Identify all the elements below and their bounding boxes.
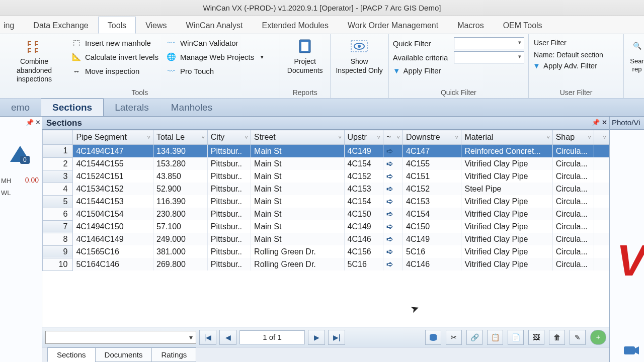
tool-icon-6[interactable]: 🖼: [528, 330, 544, 345]
direction-icon: ➪: [386, 235, 393, 243]
db-icon[interactable]: [425, 330, 441, 345]
quick-filter-label: Quick Filter: [393, 39, 450, 48]
table-row[interactable]: 74C1494C15057.100Pittsbur..Main St4C149➪…: [43, 220, 609, 233]
filter-name-label: Name: Default section: [533, 49, 604, 60]
funnel-icon: ▼: [393, 66, 400, 75]
sections-grid-panel: Sections 📌✕ Pipe Segment▿Total Le▿City▿S…: [42, 117, 610, 362]
table-row[interactable]: 14C1494C147134.390Pittsbur..Main St4C149…: [43, 145, 609, 158]
ribbon-tab-macros[interactable]: Macros: [448, 17, 493, 34]
view-tab-emo[interactable]: emo: [0, 99, 41, 116]
apply-filter-button[interactable]: ▼Apply Filter: [393, 66, 524, 75]
view-tab-laterals[interactable]: Laterals: [104, 99, 160, 116]
funnel-icon: ▼: [533, 61, 540, 70]
tool-icon-2[interactable]: ✂: [446, 330, 462, 345]
col-header[interactable]: City▿: [207, 130, 251, 145]
filter-icon[interactable]: ▿: [603, 134, 606, 140]
insert-manhole-button[interactable]: ⬚Insert new manhole: [70, 36, 159, 49]
svg-point-4: [358, 45, 361, 48]
tool-icon-3[interactable]: 🔗: [466, 330, 482, 345]
quick-filter-combo[interactable]: [454, 37, 524, 49]
close-icon[interactable]: ✕: [602, 119, 607, 126]
avail-criteria-combo[interactable]: [454, 51, 524, 63]
quickfilter-group-label: Quick Filter: [393, 87, 524, 98]
last-page-button[interactable]: ▶|: [328, 330, 345, 345]
table-row[interactable]: 34C1524C15143.850Pittsbur..Main St4C152➪…: [43, 170, 609, 183]
page-indicator: 1 of 1: [239, 330, 305, 344]
col-header[interactable]: Street▿: [251, 130, 344, 145]
right-panel-header: Photo/Vi: [610, 117, 644, 130]
apply-adv-filter-button[interactable]: ▼Apply Adv. Filter: [533, 61, 604, 70]
col-header[interactable]: Shap▿: [552, 130, 594, 145]
filter-icon[interactable]: ▿: [202, 134, 205, 140]
move-icon: ↔: [71, 66, 82, 75]
left-value: 0.00: [25, 176, 39, 184]
protouch-icon: 〰: [167, 66, 177, 75]
filter-icon[interactable]: ▿: [339, 134, 342, 140]
filter-icon[interactable]: ▿: [397, 134, 400, 140]
ribbon-tab-work-order-management[interactable]: Work Order Management: [338, 17, 448, 34]
manage-web-button[interactable]: 🌐Manage Web Projects▾: [166, 50, 265, 63]
ribbon-tab-oem-tools[interactable]: OEM Tools: [494, 17, 552, 34]
direction-icon: ➪: [386, 172, 393, 180]
show-inspected-button[interactable]: Show Inspected Only: [335, 36, 384, 75]
bottom-tab-sections[interactable]: Sections: [47, 347, 96, 362]
table-row[interactable]: 64C1504C154230.800Pittsbur..Main St4C150…: [43, 208, 609, 220]
view-tab-sections[interactable]: Sections: [41, 99, 104, 116]
prev-page-button[interactable]: ◀: [219, 330, 236, 345]
col-header[interactable]: Total Le▿: [153, 130, 207, 145]
edit-icon[interactable]: ✎: [570, 330, 586, 345]
move-inspection-button[interactable]: ↔Move inspection: [70, 64, 159, 77]
table-row[interactable]: 44C1534C15252.900Pittsbur..Main St4C153➪…: [43, 183, 609, 195]
filter-icon[interactable]: ▿: [588, 134, 591, 140]
calc-invert-button[interactable]: 📐Calculate invert levels: [70, 50, 159, 63]
table-row[interactable]: 105C164C146269.800Pittsbur..Rolling Gree…: [43, 258, 609, 270]
tool-icon-7[interactable]: 🗑: [549, 330, 565, 345]
col-header[interactable]: ~▿: [383, 130, 403, 145]
wl-label: WL: [1, 189, 11, 197]
tool-icon-5[interactable]: 📄: [508, 330, 524, 345]
combine-inspections-button[interactable]: Combine abandoned inspections: [4, 36, 64, 84]
next-page-button[interactable]: ▶: [308, 330, 325, 345]
filter-icon[interactable]: ▿: [377, 134, 380, 140]
userfilter-group-label: User Filter: [533, 87, 619, 98]
validator-button[interactable]: 〰WinCan Validator: [166, 36, 265, 49]
ribbon-tab-ing[interactable]: ing: [0, 17, 24, 34]
ribbon-tab-wincan-analyst[interactable]: WinCan Analyst: [177, 17, 253, 34]
col-header[interactable]: Material▿: [461, 130, 552, 145]
protouch-button[interactable]: 〰Pro Touch: [166, 64, 265, 77]
col-header[interactable]: Pipe Segment▿: [73, 130, 153, 145]
tool-icon-4[interactable]: 📋: [487, 330, 503, 345]
tools-group-label: Tools: [4, 87, 276, 98]
col-header[interactable]: Downstre▿: [403, 130, 461, 145]
ribbon-tab-tools[interactable]: Tools: [98, 17, 136, 34]
view-tab-manholes[interactable]: Manholes: [160, 99, 223, 116]
table-row[interactable]: 94C1565C16381.000Pittsbur..Rolling Green…: [43, 245, 609, 258]
search-replace-button[interactable]: 🔍Sear rep: [628, 36, 644, 74]
ribbon-tab-data-exchange[interactable]: Data Exchange: [24, 17, 98, 34]
direction-icon: ➪: [386, 197, 393, 206]
filter-icon[interactable]: ▿: [245, 134, 248, 140]
filter-icon[interactable]: ▿: [547, 134, 550, 140]
ribbon-body: Combine abandoned inspections ⬚Insert ne…: [0, 34, 644, 99]
table-row[interactable]: 54C1544C153116.390Pittsbur..Main St4C154…: [43, 195, 609, 208]
camera-icon[interactable]: [623, 343, 640, 358]
eye-icon: [349, 37, 369, 55]
ribbon-tab-extended-modules[interactable]: Extended Modules: [252, 17, 338, 34]
project-documents-button[interactable]: Project Documents: [284, 36, 326, 75]
pin-icon[interactable]: 📌: [26, 119, 34, 126]
filter-icon[interactable]: ▿: [147, 134, 150, 140]
ribbon-tab-views[interactable]: Views: [136, 17, 176, 34]
first-page-button[interactable]: |◀: [199, 330, 216, 345]
pager-combo[interactable]: [45, 331, 196, 344]
bottom-tab-ratings[interactable]: Ratings: [151, 347, 196, 362]
bottom-tab-documents[interactable]: Documents: [95, 347, 152, 362]
pin-icon[interactable]: 📌: [592, 119, 600, 126]
table-row[interactable]: 24C1544C155153.280Pittsbur..Main St4C154…: [43, 157, 609, 170]
table-row[interactable]: 84C1464C149249.000Pittsbur..Main St4C146…: [43, 233, 609, 245]
col-header[interactable]: Upstr▿: [344, 130, 383, 145]
close-icon[interactable]: ✕: [35, 119, 41, 126]
reports-group-label: Reports: [284, 87, 326, 98]
sections-table[interactable]: Pipe Segment▿Total Le▿City▿Street▿Upstr▿…: [42, 130, 609, 271]
filter-icon[interactable]: ▿: [455, 134, 458, 140]
add-icon[interactable]: ＋: [590, 330, 606, 345]
